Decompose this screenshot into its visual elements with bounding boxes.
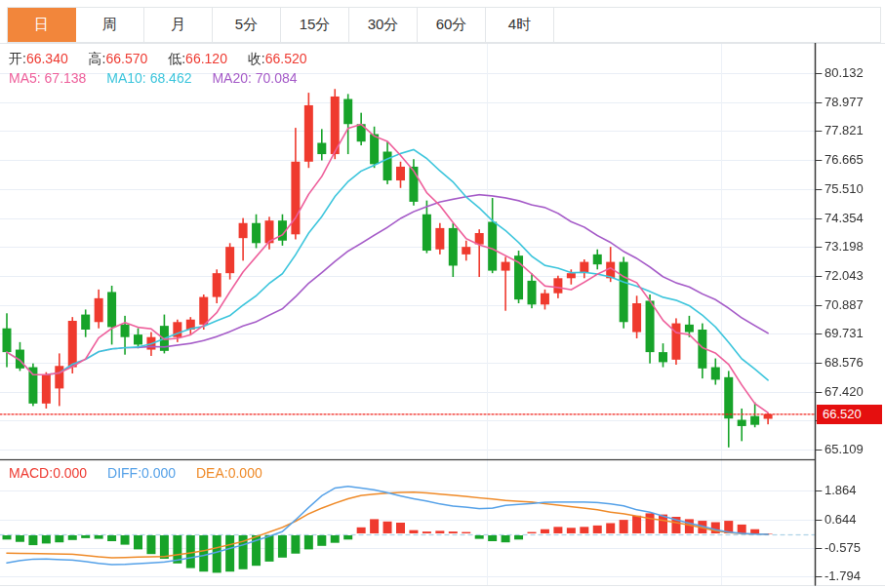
macd-tick-label: 0.644 xyxy=(825,513,857,527)
price-tick-label: 72.043 xyxy=(825,269,864,283)
price-tick-label: 74.354 xyxy=(825,212,864,225)
ma20-readout: MA20: 70.084 xyxy=(212,70,297,86)
price-tick-label: 80.132 xyxy=(825,66,864,80)
macd-value-readout: MACD:0.000 xyxy=(9,465,87,481)
diff-value-readout: DIFF:0.000 xyxy=(107,465,176,481)
low-label: 低: xyxy=(168,51,185,66)
close-readout: 收:66.520 xyxy=(248,51,307,66)
price-tick-label: 76.665 xyxy=(825,153,864,167)
high-label: 高: xyxy=(89,51,106,66)
ma5-readout: MA5: 67.138 xyxy=(9,70,86,86)
open-label: 开: xyxy=(9,51,26,66)
dea-label: DEA: xyxy=(196,465,228,481)
kline-chart-canvas[interactable] xyxy=(0,0,885,588)
low-readout: 低:66.120 xyxy=(168,51,227,66)
tab-30min[interactable]: 30分 xyxy=(349,8,418,42)
macd-label: MACD: xyxy=(9,465,53,481)
ma20-value: 70.084 xyxy=(256,70,298,86)
tab-15min[interactable]: 15分 xyxy=(281,8,349,42)
tab-5min[interactable]: 5分 xyxy=(213,8,281,42)
price-tick-label: 78.977 xyxy=(825,96,864,109)
dea-value: 0.000 xyxy=(228,465,262,481)
dea-value-readout: DEA:0.000 xyxy=(196,465,262,481)
price-tick-label: 77.821 xyxy=(825,124,864,137)
ma10-label: MA10: xyxy=(106,70,145,86)
tab-day[interactable]: 日 xyxy=(8,8,76,42)
price-tick-label: 65.109 xyxy=(825,443,864,456)
tab-week[interactable]: 周 xyxy=(76,8,144,42)
high-value: 66.570 xyxy=(106,51,148,66)
macd-tick-label: -0.575 xyxy=(825,541,861,555)
tab-month[interactable]: 月 xyxy=(144,8,213,42)
open-readout: 开:66.340 xyxy=(9,51,68,66)
price-tick-label: 73.198 xyxy=(825,240,864,254)
ma20-label: MA20: xyxy=(212,70,251,86)
macd-tick-label: -1.794 xyxy=(825,569,861,583)
ohlc-readout: 开:66.340 高:66.570 低:66.120 收:66.520 xyxy=(9,51,324,68)
ma10-readout: MA10: 68.462 xyxy=(106,70,191,86)
ma5-label: MA5: xyxy=(9,70,41,86)
current-price-tag: 66.520 xyxy=(817,405,882,424)
tab-60min[interactable]: 60分 xyxy=(418,8,486,42)
price-tick-label: 70.887 xyxy=(825,298,864,312)
low-value: 66.120 xyxy=(185,51,227,66)
price-tick-label: 75.510 xyxy=(825,182,864,196)
period-tabbar: 日周月5分15分30分60分4时 xyxy=(7,7,881,43)
current-price-value: 66.520 xyxy=(823,407,862,421)
open-value: 66.340 xyxy=(26,51,68,66)
macd-tick-label: 1.864 xyxy=(825,484,857,497)
price-tick-label: 69.731 xyxy=(825,327,864,340)
price-tick-label: 67.420 xyxy=(825,385,864,399)
macd-value: 0.000 xyxy=(53,465,87,481)
close-label: 收: xyxy=(248,51,265,66)
tab-4hour[interactable]: 4时 xyxy=(486,8,554,42)
diff-value: 0.000 xyxy=(141,465,176,481)
price-tick-label: 68.576 xyxy=(825,356,864,370)
ma10-value: 68.462 xyxy=(150,70,192,86)
close-value: 66.520 xyxy=(265,51,307,66)
diff-label: DIFF: xyxy=(107,465,141,481)
high-readout: 高:66.570 xyxy=(89,51,148,66)
ma-readout: MA5: 67.138 MA10: 68.462 MA20: 70.084 xyxy=(9,70,314,86)
macd-readout: MACD:0.000 DIFF:0.000 DEA:0.000 xyxy=(9,465,279,481)
ma5-value: 67.138 xyxy=(45,70,87,86)
